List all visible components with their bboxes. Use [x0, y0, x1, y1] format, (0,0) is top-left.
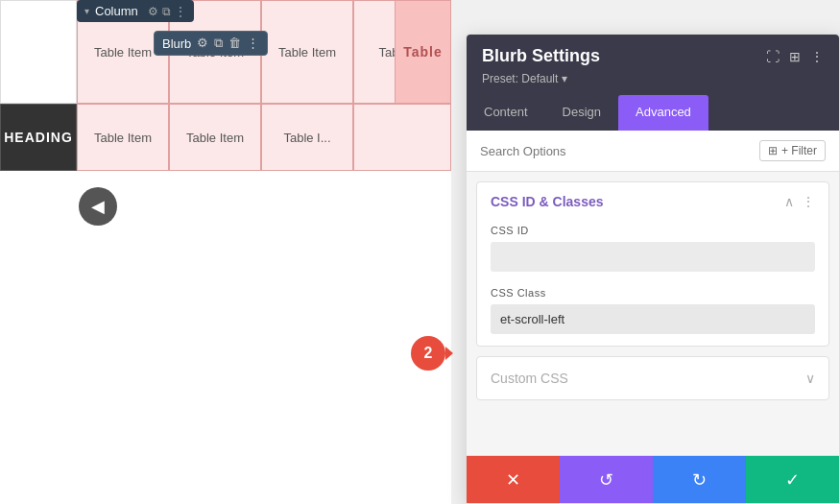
css-id-input[interactable]	[491, 242, 815, 272]
blurb-more-icon[interactable]: ⋮	[247, 36, 259, 51]
blurb-toolbar-icons: ⚙ ⧉ 🗑 ⋮	[197, 36, 259, 51]
blurb-toolbar: Blurb ⚙ ⧉ 🗑 ⋮	[154, 31, 268, 56]
search-input[interactable]	[480, 144, 759, 158]
cell-table-item-3: Table Item	[261, 0, 353, 104]
panel-expand-icon[interactable]: ⛶	[766, 49, 780, 64]
tab-content[interactable]: Content	[467, 95, 545, 131]
blurb-toolbar-label: Blurb	[162, 36, 191, 51]
panel-tabs: Content Design Advanced	[467, 95, 839, 131]
panel-more-icon[interactable]: ⋮	[810, 49, 824, 64]
blurb-settings-icon[interactable]: ⚙	[197, 36, 208, 51]
preset-chevron: ▾	[562, 72, 567, 85]
filter-button[interactable]: ⊞ + Filter	[759, 140, 826, 161]
cell-table-item-6: Table Item	[169, 104, 261, 171]
more-icon[interactable]: ⋮	[175, 5, 186, 18]
css-id-classes-section: CSS ID & Classes ∧ ⋮ CSS ID CSS Class	[476, 181, 829, 347]
custom-css-header[interactable]: Custom CSS ∨	[477, 357, 828, 399]
css-class-input[interactable]	[491, 304, 815, 334]
settings-panel: Blurb Settings ⛶ ⊞ ⋮ Preset: Default ▾ C…	[466, 34, 840, 504]
css-class-field: CSS Class	[477, 283, 828, 346]
save-button[interactable]: ✓	[746, 456, 839, 503]
css-section-title: CSS ID & Classes	[491, 194, 604, 209]
panel-title: Blurb Settings	[482, 46, 600, 66]
duplicate-icon[interactable]: ⧉	[162, 5, 171, 18]
css-class-label: CSS Class	[491, 287, 815, 299]
section-more-icon[interactable]: ⋮	[802, 194, 815, 209]
css-id-field: CSS ID	[477, 221, 828, 283]
column-toolbar-label: Column	[95, 4, 138, 18]
filter-icon: ⊞	[768, 144, 778, 157]
cell-table-item-8	[353, 104, 451, 171]
panel-header-icons: ⛶ ⊞ ⋮	[766, 49, 824, 64]
blurb-duplicate-icon[interactable]: ⧉	[214, 36, 223, 51]
section-collapse-icon[interactable]: ∧	[784, 194, 794, 209]
redo-button[interactable]: ↻	[653, 456, 746, 503]
panel-header: Blurb Settings ⛶ ⊞ ⋮ Preset: Default ▾	[467, 35, 839, 95]
chevron-icon: ▾	[84, 6, 89, 16]
custom-css-title: Custom CSS	[491, 371, 568, 386]
search-bar: ⊞ + Filter	[467, 131, 839, 172]
table-label: Table	[395, 0, 451, 104]
table-row-2: HEADING Table Item Table Item Table I...	[0, 104, 451, 171]
panel-body: ⊞ + Filter CSS ID & Classes ∧ ⋮ CSS ID C…	[467, 131, 839, 455]
panel-preset[interactable]: Preset: Default ▾	[482, 72, 824, 85]
column-toolbar: ▾ Column ⚙ ⧉ ⋮	[77, 0, 194, 22]
cancel-button[interactable]: ✕	[467, 456, 560, 503]
tab-design[interactable]: Design	[545, 95, 618, 131]
cell-heading: HEADING	[0, 104, 77, 171]
back-button[interactable]: ◀	[79, 187, 117, 226]
css-id-label: CSS ID	[491, 225, 815, 236]
css-section-header[interactable]: CSS ID & Classes ∧ ⋮	[477, 182, 828, 221]
cell-table-item-7: Table I...	[261, 104, 353, 171]
undo-button[interactable]: ↺	[560, 456, 653, 503]
column-toolbar-icons: ⚙ ⧉ ⋮	[148, 5, 186, 18]
css-section-icons: ∧ ⋮	[784, 194, 815, 209]
action-bar: ✕ ↺ ↻ ✓	[467, 455, 839, 503]
custom-css-expand-icon[interactable]: ∨	[805, 371, 815, 386]
canvas-area: Table Item Table Item Table Item Table I…	[0, 0, 451, 504]
cell-table-item-5: Table Item	[77, 104, 169, 171]
cell-empty-1	[0, 0, 77, 104]
filter-label: + Filter	[781, 144, 817, 157]
tab-advanced[interactable]: Advanced	[618, 95, 708, 131]
preset-label: Preset: Default	[482, 72, 558, 85]
panel-title-row: Blurb Settings ⛶ ⊞ ⋮	[482, 46, 824, 66]
blurb-delete-icon[interactable]: 🗑	[228, 36, 241, 51]
custom-css-section: Custom CSS ∨	[476, 356, 829, 400]
settings-icon[interactable]: ⚙	[148, 5, 158, 18]
badge-2: 2	[411, 336, 445, 371]
panel-split-icon[interactable]: ⊞	[789, 49, 801, 64]
